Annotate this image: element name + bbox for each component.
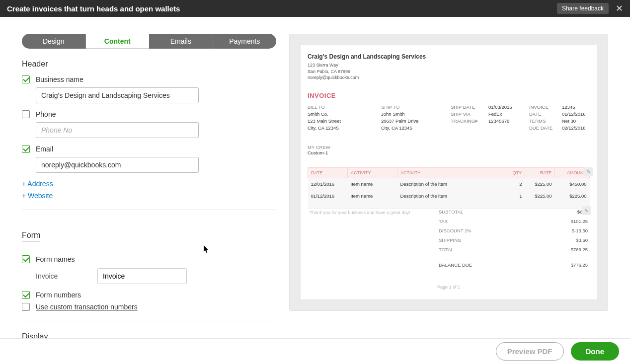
business-name-label: Business name [36,75,83,83]
custom-txn-checkbox[interactable] [22,303,30,311]
form-numbers-checkbox[interactable] [22,291,30,299]
meta4-l1: DATE [529,111,562,117]
preview-pdf-button[interactable]: Preview PDF [496,342,564,361]
meta3-v2: 12345678 [488,118,529,124]
th-qty: QTY [505,167,525,178]
preview-company: Craig's Design and Landscaping Services [308,53,590,60]
business-name-input[interactable] [36,87,199,103]
shipto-l3: City, CA 12345 [381,125,451,131]
phone-checkbox[interactable] [22,110,30,118]
table-row: 12/01/2016 Item name Description of the … [308,178,590,190]
close-icon[interactable]: ✕ [616,4,623,13]
titlebar: Create invoices that turn heads and open… [0,0,630,17]
share-feedback-button[interactable]: Share feedback [557,3,609,14]
meta3-l1: SHIP VIA [451,111,488,117]
form-numbers-label: Form numbers [36,291,81,299]
email-label: Email [36,145,53,153]
pencil-icon[interactable]: ✎ [582,206,591,215]
divider [22,210,276,210]
meta4-l2: TERMS [529,118,562,124]
footer-bar: Preview PDF Done [0,338,630,364]
shipto-l1: John Smith [381,111,451,117]
preview-addr1: 123 Sierra Way [308,62,590,69]
meta4-l0: INVOICE [529,104,562,110]
preview-panel: Craig's Design and Landscaping Services … [289,34,608,340]
line-items-table: DATE ACTIVITY ACTIVITY QTY RATE AMOUNT 1… [308,167,590,209]
form-names-checkbox[interactable] [22,255,30,263]
phone-label: Phone [36,110,56,118]
preview-doc-title: INVOICE [308,92,590,99]
preview-addr3: noreply@quickbooks.com [308,74,590,81]
meta3-v1: FedEx [488,111,529,117]
th-date: DATE [308,167,348,178]
totals-block: SUBTOTAL$675 TAX$101.25 DISCOUNT 2%$-13.… [439,207,588,270]
page-title: Create invoices that turn heads and open… [7,4,180,13]
custom-head: MY CREW [308,145,590,150]
tabs: Design Content Emails Payments [22,34,276,49]
settings-panel: Design Content Emails Payments Header Bu… [22,34,276,340]
meta3-l0: SHIP DATE [451,104,488,110]
shipto-head: SHIP TO [381,104,451,110]
th-activity2: ACTIVITY [397,167,505,178]
thank-you-note: Thank you for your business and have a g… [310,210,410,215]
done-button[interactable]: Done [571,342,620,361]
billto-head: BILL TO [308,104,381,110]
tab-payments[interactable]: Payments [213,34,277,49]
meta4-v2: Net 30 [562,118,586,124]
billto-l1: Smith Co. [308,111,381,117]
th-rate: RATE [525,167,555,178]
meta4-l3: DUE DATE [529,125,562,131]
section-form-title: Form [22,231,40,241]
billto-l2: 123 Main Street [308,118,381,124]
business-name-checkbox[interactable] [22,75,30,83]
shipto-l2: 20637 Palm Drive [381,118,451,124]
divider [22,321,276,321]
custom-txn-label: Use custom transaction numbers [36,303,138,311]
invoice-preview: Craig's Design and Landscaping Services … [301,45,597,299]
add-website-link[interactable]: + Website [22,192,276,200]
invoice-name-label: Invoice [36,272,79,280]
email-checkbox[interactable] [22,145,30,153]
tab-emails[interactable]: Emails [149,34,213,49]
invoice-name-input[interactable] [97,268,187,284]
tab-content[interactable]: Content [86,34,150,49]
billto-l3: City, CA 12345 [308,125,381,131]
tab-design[interactable]: Design [22,34,86,49]
meta4-v0: 12345 [562,104,586,110]
add-address-link[interactable]: + Address [22,180,276,188]
meta4-v3: 02/12/2016 [562,125,586,131]
table-row: 01/12/2016 Item name Description of the … [308,190,590,202]
custom-val: Custom-1 [308,150,590,155]
page-number: Page 1 of 1 [301,285,597,290]
form-names-label: Form names [36,255,75,263]
preview-addr2: San Pablo, CA 87999 [308,69,590,75]
meta3-v0: 01/03/2015 [488,104,529,110]
th-activity1: ACTIVITY [348,167,397,178]
meta4-v1: 01/12/2016 [562,111,586,117]
phone-input[interactable] [36,122,199,138]
section-header-title: Header [22,60,276,69]
pencil-icon[interactable]: ✎ [584,167,593,176]
email-input[interactable] [36,157,199,173]
meta3-l2: TRACKING# [451,118,488,124]
